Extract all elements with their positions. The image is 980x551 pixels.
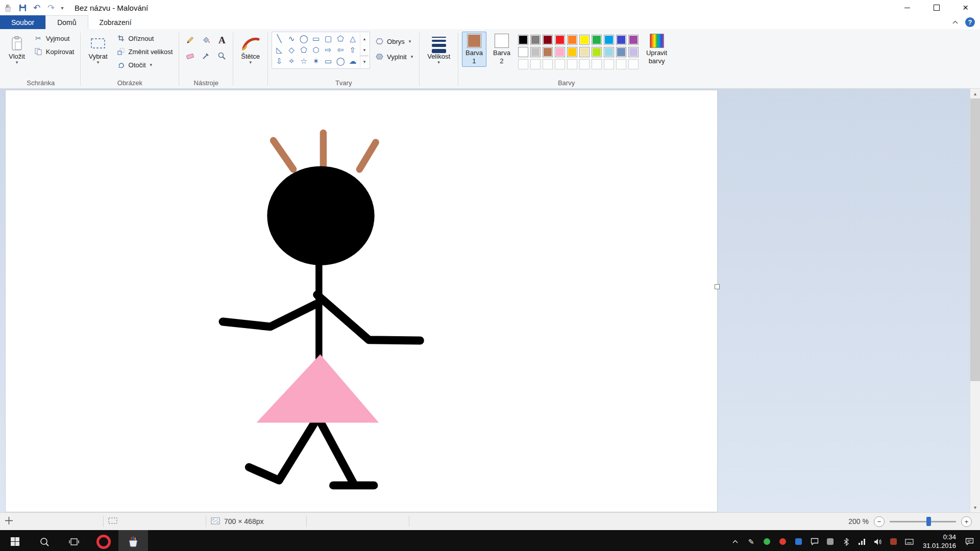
palette-color-gold[interactable] [566,46,578,58]
palette-color-dark-red[interactable] [542,34,554,46]
select-button[interactable]: Vybrat ▾ [84,32,111,66]
cut-button[interactable]: ✂ Vyjmout [31,32,77,45]
magnifier-tool[interactable] [214,48,229,63]
palette-color-green[interactable] [591,34,603,46]
outline-button[interactable]: Obrys ▾ [372,35,415,48]
action-center-icon[interactable] [965,537,974,546]
shapes-scroll-up-button[interactable]: ▴ [360,33,369,44]
zoom-slider[interactable] [890,521,956,522]
palette-color-purple[interactable] [627,34,640,46]
shape-arrow-left-icon[interactable]: ⇦ [334,44,347,56]
redo-button[interactable]: ↷ [44,0,58,15]
palette-empty-slot[interactable] [578,58,591,70]
shape-diamond-icon[interactable]: ◇ [285,44,298,56]
tray-blue-app-icon[interactable] [794,537,803,546]
undo-button[interactable]: ↶ [30,0,44,15]
taskbar-paint-icon[interactable] [118,530,148,551]
shape-arrow-down-icon[interactable]: ⇩ [273,56,285,67]
shape-rounded-rectangle-icon[interactable]: ▢ [322,33,334,44]
scroll-thumb[interactable] [970,98,980,381]
scroll-track[interactable] [970,98,980,503]
palette-color-black[interactable] [517,34,529,46]
vertical-scrollbar[interactable]: ▴ ▾ [970,89,980,512]
shape-star-6-icon[interactable]: ✶ [310,56,322,67]
palette-color-red[interactable] [554,34,566,46]
resize-button[interactable]: Změnit velikost [114,45,176,58]
tray-green-app-icon[interactable] [763,537,772,546]
zoom-in-button[interactable]: + [961,516,972,527]
tray-darkred-app-icon[interactable] [889,537,898,546]
tab-soubor[interactable]: Soubor [0,15,45,29]
color1-button[interactable]: Barva 1 [462,32,486,67]
palette-color-rose[interactable] [554,46,566,58]
shape-triangle-icon[interactable]: △ [347,33,359,44]
palette-color-white[interactable] [517,46,529,58]
start-button[interactable] [0,530,30,551]
palette-color-lime[interactable] [591,46,603,58]
scroll-up-arrow[interactable]: ▴ [970,89,980,98]
palette-color-light-yellow[interactable] [578,46,591,58]
palette-color-gray-50[interactable] [529,34,542,46]
palette-empty-slot[interactable] [603,58,615,70]
copy-button[interactable]: Kopírovat [31,45,77,58]
palette-empty-slot[interactable] [566,58,578,70]
shape-star-4-icon[interactable]: ✧ [285,56,298,67]
network-icon[interactable] [857,537,867,546]
palette-empty-slot[interactable] [517,58,529,70]
palette-color-indigo[interactable] [615,34,627,46]
keyboard-icon[interactable] [905,537,914,546]
shape-hexagon-icon[interactable]: ⬡ [310,44,322,56]
brushes-button[interactable]: Štětce ▾ [237,32,264,66]
palette-color-light-turquoise[interactable] [603,46,615,58]
shape-callout-rectangle-icon[interactable]: ▭ [322,56,334,67]
shape-right-triangle-icon[interactable]: ◺ [273,44,285,56]
shape-callout-cloud-icon[interactable]: ☁ [347,56,359,67]
palette-empty-slot[interactable] [591,58,603,70]
search-button[interactable] [30,530,59,551]
canvas-resize-handle[interactable] [715,284,720,289]
shape-arrow-right-icon[interactable]: ⇨ [322,44,334,56]
taskbar-clock[interactable]: 0:34 31.01.2016 [921,533,958,550]
close-button[interactable]: × [951,0,980,15]
save-button[interactable] [15,0,30,15]
shape-pentagon-icon[interactable]: ⬠ [298,44,310,56]
palette-color-lavender[interactable] [627,46,640,58]
paste-button[interactable]: Vložit ▾ [5,32,29,66]
palette-color-yellow[interactable] [578,34,591,46]
tray-expand-icon[interactable] [731,537,740,546]
zoom-slider-thumb[interactable] [926,517,931,526]
task-view-button[interactable] [59,530,89,551]
crop-button[interactable]: Oříznout [114,32,176,45]
qat-customize-button[interactable]: ▾ [58,0,66,15]
help-icon[interactable]: ? [965,17,975,27]
color-picker-tool[interactable] [199,48,213,63]
eraser-tool[interactable] [183,48,198,63]
tab-domu[interactable]: Domů [45,15,88,29]
shape-fill-button[interactable]: Vyplnit ▾ [372,50,415,63]
palette-empty-slot[interactable] [554,58,566,70]
palette-color-blue-gray[interactable] [615,46,627,58]
color2-button[interactable]: Barva 2 [489,32,514,67]
maximize-button[interactable] [922,0,951,15]
palette-color-gray-25[interactable] [529,46,542,58]
bluetooth-icon[interactable] [842,537,851,546]
text-tool[interactable]: A [214,33,229,47]
shapes-more-button[interactable]: ▾ [360,56,369,67]
pencil-tool[interactable] [183,33,198,47]
palette-color-orange[interactable] [566,34,578,46]
size-button[interactable]: Velikost ▾ [423,32,454,66]
palette-empty-slot[interactable] [615,58,627,70]
shape-rectangle-icon[interactable]: ▭ [310,33,322,44]
volume-icon[interactable] [873,537,883,546]
palette-color-brown[interactable] [542,46,554,58]
rotate-button[interactable]: Otočit ▾ [114,58,176,71]
shape-polygon-icon[interactable]: ⬠ [334,33,347,44]
palette-empty-slot[interactable] [542,58,554,70]
minimize-button[interactable] [893,0,922,15]
palette-empty-slot[interactable] [529,58,542,70]
taskbar-opera-icon[interactable] [89,530,118,551]
shape-star-5-icon[interactable]: ☆ [298,56,310,67]
palette-empty-slot[interactable] [627,58,640,70]
tray-pen-icon[interactable]: ✎ [747,537,756,546]
palette-color-turquoise[interactable] [603,34,615,46]
